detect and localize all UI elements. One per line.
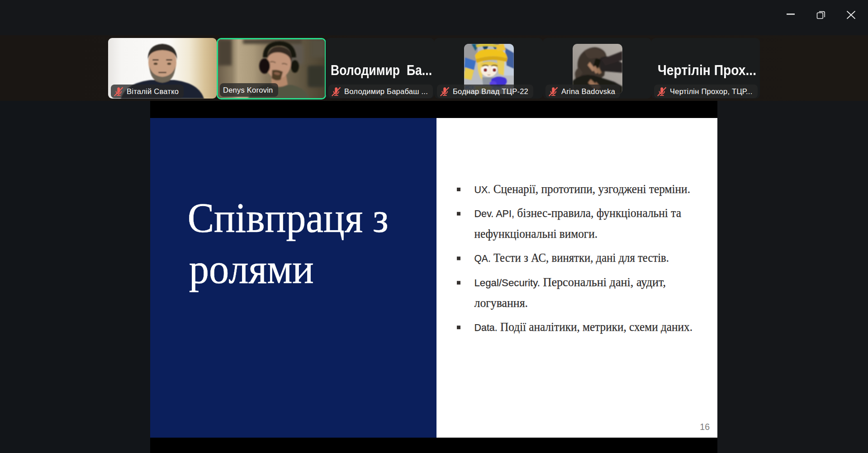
svg-text:ролями: ролями xyxy=(189,245,314,292)
svg-text:QA. Тести з АС, винятки, дані: QA. Тести з АС, винятки, дані для тестів… xyxy=(474,251,669,264)
svg-text:логування.: логування. xyxy=(474,296,528,310)
svg-text:UX. Сценарії, прототипи, узгод: UX. Сценарії, прототипи, узгоджені термі… xyxy=(474,182,691,196)
svg-text:Legal/Security. Персональні да: Legal/Security. Персональні дані, аудит, xyxy=(474,275,666,289)
svg-text:Data. Події аналітики, метрики: Data. Події аналітики, метрики, схеми да… xyxy=(474,320,693,334)
svg-text:Dev. API, бізнес-правила, функ: Dev. API, бізнес-правила, функціональні … xyxy=(474,206,682,220)
svg-text:нефункціональні вимоги.: нефункціональні вимоги. xyxy=(474,227,598,241)
svg-text:Співпраця з: Співпраця з xyxy=(188,194,389,241)
svg-text:16: 16 xyxy=(700,422,710,432)
